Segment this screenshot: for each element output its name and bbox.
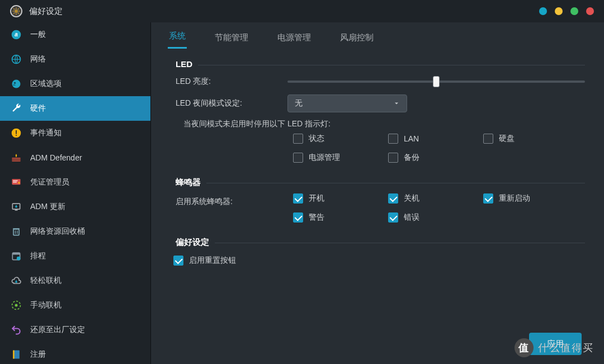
sidebar-item-notify[interactable]: 事件通知 [0,121,150,145]
sidebar-item-trash[interactable]: 网络资源回收桶 [0,219,150,244]
sidebar-item-label: 手动联机 [30,300,62,310]
sidebar-item-schedule[interactable]: 排程 [0,244,150,268]
sidebar-item-label: 硬件 [30,103,46,114]
sidebar-item-register[interactable]: 注册 [0,342,150,364]
tabs: 系统节能管理电源管理风扇控制 [151,22,604,49]
watermark-text: 什么值得买 [538,341,594,354]
window-tray-button[interactable] [555,7,563,15]
checkbox-box [483,134,493,144]
led-nightmode-value: 无 [295,98,303,108]
svg-point-13 [14,82,16,84]
app-icon [10,5,22,17]
svg-rect-22 [13,182,17,182]
sidebar-item-label: 网络 [30,54,46,64]
sidebar-item-defender[interactable]: ADM Defender [0,145,150,170]
sidebar-item-label: 轻松联机 [30,276,62,286]
section-buzzer-legend: 蜂鸣器 [170,177,206,188]
svg-line-6 [18,13,19,14]
led-checkbox-hdd[interactable]: 硬盘 [483,134,578,144]
svg-point-30 [17,257,21,261]
sidebar-item-label: ADM Defender [30,153,82,162]
tab-power-save[interactable]: 节能管理 [214,26,249,49]
checkbox-box [388,193,398,204]
buzzer-checkbox-error[interactable]: 错误 [388,212,483,223]
window-min-button[interactable] [539,7,547,15]
svg-rect-19 [12,160,21,160]
chevron-down-icon [393,100,400,107]
sidebar-item-manual[interactable]: 手动联机 [0,293,150,318]
checkbox-label: 错误 [404,212,419,223]
slider-thumb[interactable] [433,76,440,87]
svg-rect-16 [16,135,17,136]
tab-power-mgmt[interactable]: 电源管理 [276,26,312,49]
window-title: 偏好设定 [29,6,63,17]
sidebar-item-region[interactable]: 区域选项 [0,72,150,96]
svg-point-12 [12,80,21,88]
section-pref: 偏好设定 启用重置按钮 [170,237,585,266]
grid-icon: a [10,29,22,41]
trash-icon [10,225,22,238]
checkbox-label: 电源管理 [309,153,340,163]
buzzer-checkbox-warning[interactable]: 警告 [293,212,388,223]
sidebar-item-ezconnect[interactable]: 轻松联机 [0,268,150,293]
sidebar-item-cert[interactable]: 凭证管理员 [0,170,150,195]
svg-rect-17 [12,158,21,162]
led-nightmode-select[interactable]: 无 [287,94,407,112]
svg-line-7 [18,8,19,10]
tab-system[interactable]: 系统 [168,24,187,49]
sidebar-item-label: 注册 [30,349,46,360]
sidebar-item-label: 凭证管理员 [30,177,69,187]
buzzer-enable-label: 启用系统蜂鸣器: [170,196,287,207]
svg-line-8 [13,13,15,14]
sidebar-item-label: 排程 [30,251,46,261]
checkbox-box [293,153,303,163]
dial-icon [10,299,22,311]
led-brightness-slider[interactable] [287,81,585,83]
buzzer-checkbox-shutdown[interactable]: 关机 [388,193,483,204]
svg-rect-29 [12,253,20,254]
region-icon [10,78,22,90]
section-buzzer: 蜂鸣器 启用系统蜂鸣器: 开机关机重新启动警告错误 [170,177,585,223]
sidebar-item-general[interactable]: a一般 [0,22,150,47]
tab-fan[interactable]: 风扇控制 [339,26,375,49]
sidebar-item-label: 事件通知 [30,128,62,138]
led-checkbox-lan[interactable]: LAN [388,134,483,144]
watermark: 值 什么值得买 [515,338,594,357]
section-led-legend: LED [170,59,198,69]
checkbox-box [293,134,303,144]
firewall-icon [10,152,22,164]
led-checkbox-backup[interactable]: 备份 [388,153,483,163]
globe-icon [10,53,22,65]
svg-rect-25 [15,210,18,211]
calendar-icon [10,250,22,262]
sidebar-item-network[interactable]: 网络 [0,47,150,72]
titlebar: 偏好设定 [0,0,604,22]
enable-reset-checkbox[interactable]: 启用重置按钮 [173,256,585,266]
window-max-button[interactable] [570,7,578,15]
window-buttons [539,7,594,15]
svg-rect-18 [12,159,21,159]
wrench-icon [10,102,22,115]
led-checkbox-pwrmgmt[interactable]: 电源管理 [293,153,388,163]
buzzer-checkbox-reboot[interactable]: 重新启动 [483,193,578,204]
buzzer-event-grid: 开机关机重新启动警告错误 [293,193,585,223]
svg-rect-20 [12,179,21,185]
undo-icon [10,324,22,336]
checkbox-label: 备份 [404,153,419,163]
tab-content-system: LED LED 亮度: LED 夜间模式设定: 无 [151,49,604,364]
sidebar-item-factory[interactable]: 还原至出厂设定 [0,318,150,342]
svg-point-23 [18,182,20,183]
sidebar-item-label: 一般 [30,30,46,40]
svg-point-0 [15,10,18,13]
buzzer-checkbox-boot[interactable]: 开机 [293,193,388,204]
sidebar-item-update[interactable]: ADM 更新 [0,195,150,219]
checkbox-box [388,212,398,223]
alert-icon [10,127,22,139]
checkbox-box [173,256,183,266]
window-close-button[interactable] [586,7,594,15]
checkbox-label: 开机 [309,193,324,204]
sidebar-item-hardware[interactable]: 硬件 [0,96,150,121]
led-checkbox-status[interactable]: 状态 [293,134,388,144]
led-indicator-grid: 状态LAN硬盘电源管理备份 [293,134,585,163]
section-pref-legend: 偏好设定 [170,237,215,248]
